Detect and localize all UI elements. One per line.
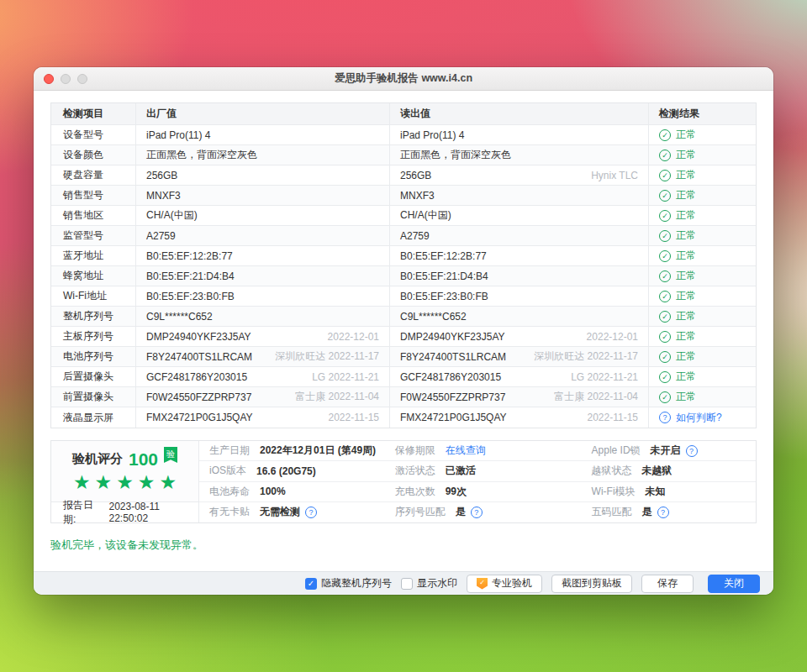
table-header-row: 检测项目 出厂值 读出值 检测结果: [51, 103, 756, 125]
table-row: 液晶显示屏 FMX24721P0G1J5QAY 2022-11-15 FMX24…: [51, 407, 756, 428]
pro-verify-shield-icon: ✓: [477, 578, 488, 590]
table-row: 销售型号 MNXF3 MNXF3 ✓正常: [51, 186, 756, 206]
detection-item-label: 设备颜色: [51, 148, 135, 162]
read-value-cell: MNXF3: [389, 186, 648, 205]
field-value: 是: [642, 505, 652, 519]
field-label: 序列号匹配: [395, 505, 446, 519]
col-header-read: 读出值: [389, 103, 648, 124]
hide-serial-label: 隐藏整机序列号: [321, 576, 392, 591]
read-value-cell: 256GB Hynix TLC: [389, 165, 648, 185]
field-label: 五码匹配: [592, 505, 632, 519]
check-circle-icon: ✓: [659, 250, 671, 262]
field-label: 激活状态: [395, 464, 435, 478]
read-note: LG 2022-11-21: [571, 371, 638, 383]
factory-note: 深圳欣旺达 2022-11-17: [275, 349, 379, 364]
result-cell: ✓正常: [648, 165, 756, 185]
field-value: 未开启: [651, 444, 681, 458]
summary-panel: 验机评分 100 验 ★★★★★ 报告日期: 2023-08-11 22:50:…: [50, 440, 757, 523]
online-query-link[interactable]: 在线查询: [446, 444, 486, 458]
check-circle-icon: ✓: [659, 230, 671, 242]
hide-serial-toggle[interactable]: ✓ 隐藏整机序列号: [305, 576, 392, 591]
result-normal-label: 正常: [676, 249, 696, 263]
screenshot-to-clipboard-button[interactable]: 截图到剪贴板: [551, 575, 632, 593]
detection-item-label: 蜂窝地址: [51, 269, 135, 283]
detection-item-label: 前置摄像头: [51, 390, 135, 404]
factory-value: C9L******C652: [146, 311, 213, 323]
question-circle-icon[interactable]: ?: [659, 412, 671, 423]
save-button[interactable]: 保存: [641, 575, 694, 593]
help-icon[interactable]: ?: [686, 445, 698, 457]
read-value-cell: GCF2481786Y203015 LG 2022-11-21: [389, 367, 648, 386]
read-value: F8Y247400TS1LRCAM: [400, 351, 506, 363]
report-date: 报告日期: 2023-08-11 22:50:02: [51, 501, 198, 522]
score-value: 100: [129, 450, 158, 468]
factory-note: 2022-11-15: [329, 412, 380, 423]
detection-item-label: 销售地区: [51, 208, 135, 223]
close-window-button[interactable]: [44, 74, 54, 84]
table-row: 电池序列号 F8Y247400TS1LRCAM 深圳欣旺达 2022-11-17…: [51, 347, 756, 367]
screenshot-label: 截图到剪贴板: [562, 576, 622, 591]
hide-serial-checkbox[interactable]: ✓: [305, 578, 317, 590]
read-value: 256GB: [400, 170, 431, 181]
score-panel: 验机评分 100 验 ★★★★★ 报告日期: 2023-08-11 22:50:…: [51, 441, 199, 522]
result-cell: ✓正常: [648, 307, 756, 326]
result-normal-label: 正常: [676, 188, 696, 202]
field-label: 电池寿命: [209, 485, 250, 499]
check-circle-icon: ✓: [659, 371, 671, 383]
window-titlebar: 爱思助手验机报告 www.i4.cn: [34, 67, 773, 91]
field-label: 保修期限: [395, 444, 435, 458]
footer-toolbar: ✓ 隐藏整机序列号 显示水印 ✓ 专业验机 截图到剪贴板 保存 关闭: [34, 571, 773, 595]
read-value: B0:E5:EF:12:2B:77: [400, 250, 487, 262]
read-value-cell: B0:E5:EF:23:B0:FB: [389, 286, 648, 306]
read-value: MNXF3: [400, 190, 435, 202]
factory-value: CH/A(中国): [146, 208, 198, 223]
close-label: 关闭: [724, 576, 744, 591]
show-watermark-checkbox[interactable]: [401, 578, 413, 590]
summary-field: Wi-Fi模块未知: [582, 482, 756, 502]
read-value-cell: F0W24550FZZPRP737 富士康 2022-11-04: [389, 387, 648, 407]
show-watermark-toggle[interactable]: 显示水印: [401, 576, 457, 591]
help-icon[interactable]: ?: [305, 507, 317, 518]
close-button[interactable]: 关闭: [708, 575, 760, 593]
read-value: iPad Pro(11) 4: [400, 129, 464, 141]
field-value: 未知: [646, 485, 666, 499]
result-cell: ✓正常: [648, 327, 756, 346]
detection-item-label: 电池序列号: [51, 349, 135, 364]
help-icon[interactable]: ?: [657, 507, 669, 518]
read-value: CH/A(中国): [400, 208, 451, 223]
detection-item-label: 蓝牙地址: [51, 249, 135, 263]
result-cell: ✓正常: [648, 226, 756, 245]
table-row: Wi-Fi地址 B0:E5:EF:23:B0:FB B0:E5:EF:23:B0…: [51, 286, 756, 307]
verification-report-window: 爱思助手验机报告 www.i4.cn 检测项目 出厂值 读出值 检测结果 设备型…: [34, 67, 773, 595]
summary-field: 越狱状态未越狱: [582, 461, 756, 481]
help-icon[interactable]: ?: [471, 507, 483, 518]
save-label: 保存: [657, 576, 678, 591]
factory-value-cell: 256GB: [135, 165, 389, 185]
factory-value-cell: B0:E5:EF:23:B0:FB: [135, 286, 389, 306]
result-normal-label: 正常: [676, 349, 696, 364]
score-label: 验机评分: [72, 451, 123, 467]
table-row: 主板序列号 DMP24940YKF23J5AY 2022-12-01 DMP24…: [51, 327, 756, 347]
table-row: 后置摄像头 GCF2481786Y203015 LG 2022-11-21 GC…: [51, 367, 756, 387]
factory-value: B0:E5:EF:12:2B:77: [146, 250, 233, 262]
result-cell: ✓正常: [648, 125, 756, 144]
factory-value-cell: FMX24721P0G1J5QAY 2022-11-15: [135, 407, 389, 428]
read-value-cell: F8Y247400TS1LRCAM 深圳欣旺达 2022-11-17: [389, 347, 648, 366]
report-content: 检测项目 出厂值 读出值 检测结果 设备型号 iPad Pro(11) 4 iP…: [34, 91, 773, 571]
field-value: 99次: [446, 485, 467, 499]
pro-verify-button[interactable]: ✓ 专业验机: [467, 575, 542, 593]
read-value: B0:E5:EF:21:D4:B4: [400, 270, 488, 282]
detection-item-label: Wi-Fi地址: [51, 289, 135, 303]
conclusion-text: 验机完毕，该设备未发现异常。: [50, 538, 757, 553]
result-cell: ✓正常: [648, 246, 756, 265]
desktop-wallpaper: 爱思助手验机报告 www.i4.cn 检测项目 出厂值 读出值 检测结果 设备型…: [0, 0, 807, 672]
how-to-judge-link[interactable]: 如何判断?: [676, 411, 722, 425]
minimize-window-button[interactable]: [61, 74, 71, 84]
table-row: 前置摄像头 F0W24550FZZPRP737 富士康 2022-11-04 F…: [51, 387, 756, 407]
factory-value: A2759: [146, 230, 176, 242]
field-value: 已激活: [446, 464, 476, 478]
read-value: GCF2481786Y203015: [400, 371, 501, 383]
table-row: 蜂窝地址 B0:E5:EF:21:D4:B4 B0:E5:EF:21:D4:B4…: [51, 266, 756, 286]
result-cell: ✓正常: [648, 266, 756, 286]
zoom-window-button[interactable]: [77, 74, 87, 84]
